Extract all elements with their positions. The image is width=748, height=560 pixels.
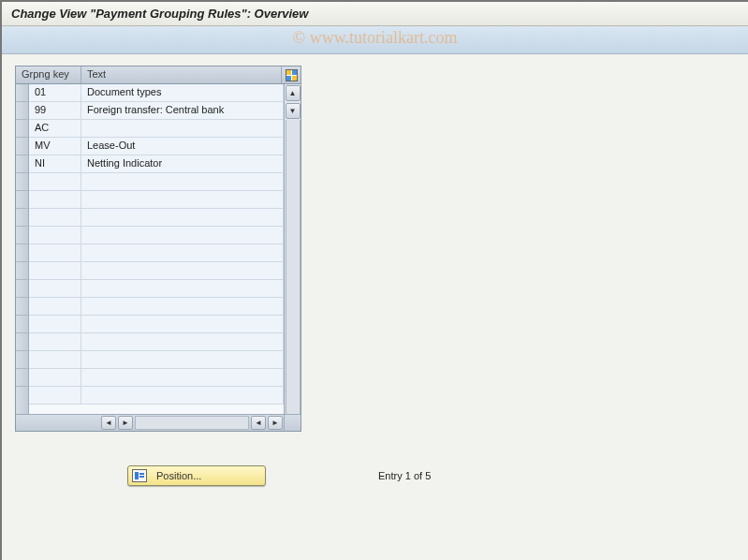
horizontal-scroll-track[interactable] <box>135 416 249 430</box>
table-row-empty[interactable] <box>29 227 284 244</box>
table-row-empty[interactable] <box>29 280 284 298</box>
position-button-label: Position... <box>156 470 201 481</box>
triangle-up-icon: ▲ <box>289 89 297 97</box>
triangle-right-icon: ► <box>271 419 279 427</box>
table-row-empty[interactable] <box>29 298 284 316</box>
table-row-empty[interactable] <box>29 173 284 191</box>
triangle-left-icon: ◄ <box>255 419 262 427</box>
scroll-up-button[interactable]: ▲ <box>286 85 301 101</box>
cell-grpng-key[interactable]: AC <box>29 120 81 137</box>
cell-text[interactable]: Foreign transfer: Central bank <box>81 102 284 119</box>
cell-text[interactable]: Document types <box>81 84 284 101</box>
table-row-empty[interactable] <box>29 262 284 280</box>
table-row-empty[interactable] <box>29 244 284 262</box>
entry-counter: Entry 1 of 5 <box>378 470 431 481</box>
table-row[interactable]: AC <box>29 120 284 138</box>
application-toolbar <box>2 26 748 54</box>
page-title: Change View "Payment Grouping Rules": Ov… <box>2 2 748 26</box>
row-selector-gutter[interactable] <box>16 84 29 414</box>
cell-grpng-key[interactable]: MV <box>29 138 81 155</box>
table-row-empty[interactable] <box>29 316 284 333</box>
table-row-empty[interactable] <box>29 333 284 351</box>
table-header-row: Grpng key Text <box>16 66 301 84</box>
horizontal-scrollbar[interactable]: ◄ ► ◄ ► <box>16 414 301 431</box>
cell-text[interactable] <box>81 120 284 137</box>
cell-text[interactable]: Netting Indicator <box>81 155 284 172</box>
table-settings-icon <box>286 69 298 81</box>
table-configure-button[interactable] <box>282 66 301 83</box>
column-header-text[interactable]: Text <box>81 66 282 83</box>
table-row-empty[interactable] <box>29 351 284 369</box>
vertical-scroll-track[interactable] <box>286 120 301 414</box>
scroll-left-end-button[interactable]: ◄ <box>251 416 266 430</box>
scroll-down-button[interactable]: ▼ <box>286 103 301 119</box>
table-row-empty[interactable] <box>29 209 284 227</box>
table-row-empty[interactable] <box>29 369 284 387</box>
triangle-right-icon: ► <box>122 419 129 427</box>
cell-text[interactable]: Lease-Out <box>81 138 284 155</box>
column-header-grpng-key[interactable]: Grpng key <box>16 66 81 83</box>
table-row[interactable]: 01 Document types <box>29 84 284 102</box>
position-icon <box>132 469 147 482</box>
table-rows-area: 01 Document types 99 Foreign transfer: C… <box>29 84 284 414</box>
triangle-left-icon: ◄ <box>105 419 112 427</box>
triangle-down-icon: ▼ <box>289 107 297 115</box>
grouping-rules-table: Grpng key Text 01 <box>15 66 301 432</box>
scroll-right-end-button[interactable]: ► <box>268 416 283 430</box>
cell-grpng-key[interactable]: NI <box>29 155 81 172</box>
scroll-left-button[interactable]: ◄ <box>101 416 116 430</box>
table-row-empty[interactable] <box>29 387 284 405</box>
vertical-scrollbar[interactable]: ▲ ▼ <box>284 84 301 414</box>
table-row[interactable]: MV Lease-Out <box>29 138 284 155</box>
cell-grpng-key[interactable]: 01 <box>29 84 81 101</box>
position-button[interactable]: Position... <box>127 465 266 486</box>
scroll-right-button[interactable]: ► <box>118 416 133 430</box>
table-row[interactable]: NI Netting Indicator <box>29 155 284 173</box>
table-row[interactable]: 99 Foreign transfer: Central bank <box>29 102 284 120</box>
cell-grpng-key[interactable]: 99 <box>29 102 81 119</box>
table-row-empty[interactable] <box>29 191 284 209</box>
